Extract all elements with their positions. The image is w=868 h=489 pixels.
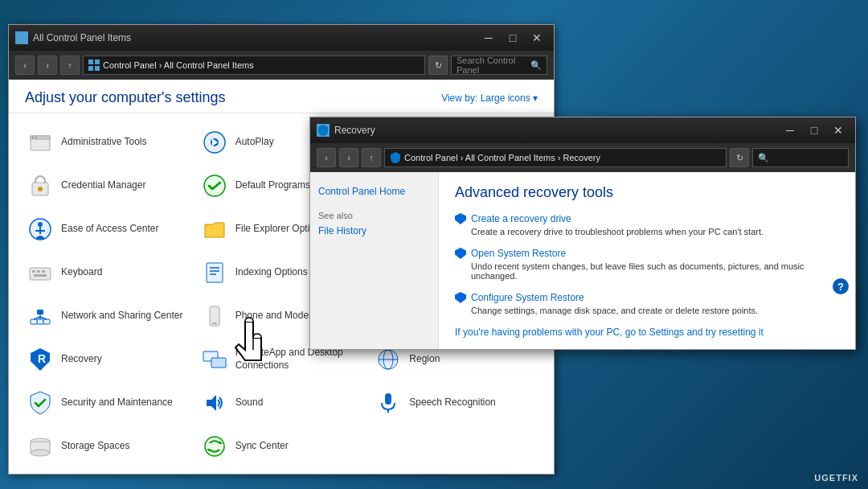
page-title: Adjust your computer's settings [25,89,226,106]
network-icon [26,302,55,331]
control-item-recovery[interactable]: R Recovery [21,339,194,380]
recovery-drive-desc: Create a recovery drive to troubleshoot … [455,227,839,236]
admin-tools-label: Administrative Tools [61,136,147,149]
recovery-search-box[interactable]: 🔍 [752,148,849,167]
keyboard-icon [26,258,55,287]
network-label: Network and Sharing Center [61,310,182,323]
control-item-keyboard[interactable]: Keyboard [21,252,194,294]
svg-point-23 [38,222,43,227]
default-label: Default Programs [235,179,310,192]
recovery-main: Advanced recovery tools Create a recover… [439,172,855,349]
svg-rect-56 [385,393,391,405]
svg-rect-38 [31,319,37,324]
indexing-label: Indexing Options [235,266,308,279]
main-titlebar: All Control Panel Items ─ □ ✕ [9,25,554,51]
phone-icon [200,302,229,331]
svg-rect-5 [95,60,100,64]
recovery-up-button[interactable]: ↑ [362,148,381,167]
file-history-link[interactable]: File History [318,224,430,238]
svg-rect-0 [16,32,21,37]
control-item-storage[interactable]: Storage Spaces [21,425,194,467]
svg-rect-6 [88,66,93,71]
recovery-icon: R [26,345,55,374]
recovery-close-button[interactable]: ✕ [828,122,849,138]
refresh-button[interactable]: ↻ [428,55,448,75]
configure-restore-link[interactable]: Configure System Restore [455,292,839,303]
recovery-item-drive: Create a recovery drive Create a recover… [455,213,839,236]
credential-icon [26,171,55,200]
control-item-security[interactable]: Security and Maintenance [21,382,194,424]
control-item-network[interactable]: Network and Sharing Center [21,295,194,337]
recovery-forward-button[interactable]: › [339,148,358,167]
sync-label: Sync Center [235,440,289,453]
view-by-option[interactable]: Large icons ▾ [481,92,538,104]
control-item-sound[interactable]: Sound [195,382,368,424]
forward-button[interactable]: › [38,55,57,75]
svg-rect-7 [95,66,100,71]
minimize-button[interactable]: ─ [478,30,499,46]
control-item-speech[interactable]: Speech Recognition [369,382,542,424]
recovery-main-title: Advanced recovery tools [455,184,839,201]
control-item-sync[interactable]: Sync Center [195,425,368,467]
create-recovery-drive-link[interactable]: Create a recovery drive [455,213,839,224]
security-icon [26,388,55,417]
recovery-minimize-button[interactable]: ─ [780,122,800,138]
open-system-restore-link[interactable]: Open System Restore [455,248,839,259]
close-button[interactable]: ✕ [526,30,547,46]
svg-rect-37 [37,319,43,324]
up-button[interactable]: ↑ [60,55,80,75]
main-address-bar: ‹ › ↑ Control Panel › All Control Panel … [9,51,554,80]
recovery-back-button[interactable]: ‹ [317,148,336,167]
recovery-window-title: Recovery [334,125,780,136]
svg-rect-40 [37,310,43,314]
recovery-window-icon [317,124,330,137]
view-by-control[interactable]: View by: Large icons ▾ [441,92,538,104]
sound-icon [200,388,229,417]
search-icon: 🔍 [530,60,542,71]
remoteapp-icon [200,345,229,374]
svg-rect-3 [23,39,27,43]
recovery-refresh-button[interactable]: ↻ [730,148,749,167]
credential-label: Credential Manager [61,179,145,192]
recovery-maximize-button[interactable]: □ [804,122,825,138]
svg-rect-30 [42,270,45,273]
main-window-icon [15,31,28,44]
reset-link[interactable]: If you're having problems with your PC, … [455,327,839,338]
remoteapp-label: RemoteApp and Desktop Connections [235,347,363,372]
recovery-address-path[interactable]: Control Panel › All Control Panel Items … [384,148,727,167]
sync-icon [200,432,229,461]
svg-point-11 [35,137,37,138]
svg-rect-51 [211,358,226,368]
control-panel-home-link[interactable]: Control Panel Home [318,184,430,199]
recovery-item-configure: Configure System Restore Change settings… [455,292,839,315]
control-item-ease[interactable]: Ease of Access Center [21,208,194,250]
back-button[interactable]: ‹ [15,55,35,75]
svg-rect-29 [37,270,40,273]
recovery-item-restore: Open System Restore Undo recent system c… [455,248,839,281]
shield-icon-3 [455,292,466,303]
address-path[interactable]: Control Panel › All Control Panel Items [83,55,425,75]
address-text: Control Panel › All Control Panel Items [103,60,254,70]
recovery-titlebar: Recovery ─ □ ✕ [310,117,855,143]
svg-text:R: R [38,352,46,365]
svg-rect-27 [30,268,51,280]
svg-rect-32 [207,263,223,282]
watermark: UGETFIX [814,473,858,483]
maximize-button[interactable]: □ [502,30,523,46]
security-label: Security and Maintenance [61,397,173,409]
search-box[interactable]: Search Control Panel 🔍 [451,55,547,75]
svg-point-61 [205,437,224,456]
svg-rect-39 [43,319,50,324]
control-item-admin-tools[interactable]: Administrative Tools [21,121,194,163]
speech-label: Speech Recognition [409,397,495,409]
help-button[interactable]: ? [833,278,849,294]
svg-point-10 [32,137,34,138]
svg-point-17 [38,187,43,191]
svg-rect-4 [88,60,93,64]
recovery-window: Recovery ─ □ ✕ ‹ › ↑ Control Panel › All… [309,117,856,350]
admin-tools-icon [26,128,55,157]
control-item-credential[interactable]: Credential Manager [21,165,194,207]
autoplay-icon [200,128,229,157]
ease-icon [26,215,55,244]
recovery-label: Recovery [61,353,102,366]
